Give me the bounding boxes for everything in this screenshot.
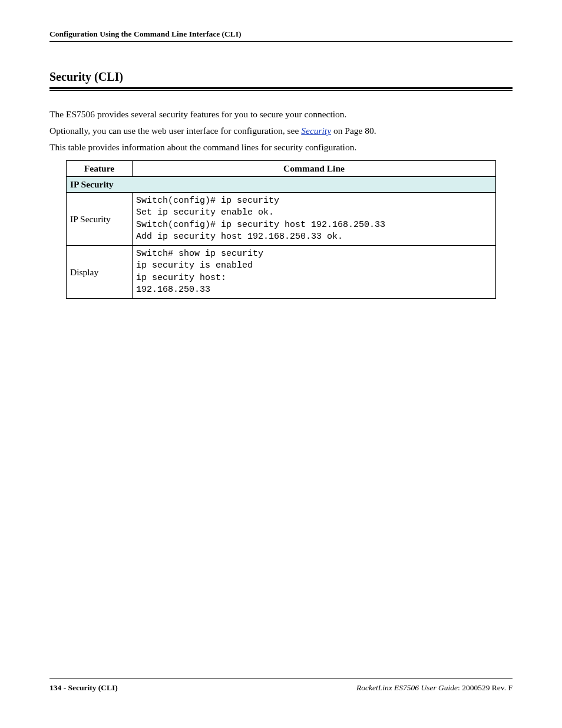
title-rule-thick xyxy=(49,87,513,89)
footer-row: 134 - Security (CLI) RocketLinx ES7506 U… xyxy=(49,683,513,693)
paragraph-2: Optionally, you can use the web user int… xyxy=(49,124,513,138)
cell-feature: Display xyxy=(67,246,133,299)
title-rule-thin xyxy=(49,90,513,91)
cell-command: Switch(config)# ip security Set ip secur… xyxy=(133,193,496,246)
running-header: Configuration Using the Command Line Int… xyxy=(49,29,513,42)
col-header-command-line: Command Line xyxy=(133,161,496,177)
footer-right: RocketLinx ES7506 User Guide: 2000529 Re… xyxy=(356,683,513,693)
security-xref-link[interactable]: Security xyxy=(301,126,331,136)
footer-left: 134 - Security (CLI) xyxy=(49,683,118,693)
cell-command: Switch# show ip security ip security is … xyxy=(133,246,496,299)
table-section-row: IP Security xyxy=(67,177,496,193)
col-header-feature: Feature xyxy=(67,161,133,177)
footer-right-title: RocketLinx ES7506 User Guide xyxy=(356,683,458,692)
paragraph-3: This table provides information about th… xyxy=(49,140,513,154)
section-title: Security (CLI) xyxy=(49,70,513,87)
page-footer: 134 - Security (CLI) RocketLinx ES7506 U… xyxy=(49,678,513,693)
footer-right-rev: : 2000529 Rev. F xyxy=(458,683,513,692)
command-table: Feature Command Line IP Security IP Secu… xyxy=(66,160,496,299)
section-title-block: Security (CLI) xyxy=(49,70,513,91)
page-body: Configuration Using the Command Line Int… xyxy=(49,29,513,299)
cell-feature: IP Security xyxy=(67,193,133,246)
table-header-row: Feature Command Line xyxy=(67,161,496,177)
table-section-label: IP Security xyxy=(67,177,496,193)
table-row: Display Switch# show ip security ip secu… xyxy=(67,246,496,299)
paragraph-2-pre: Optionally, you can use the web user int… xyxy=(49,126,301,136)
table-row: IP Security Switch(config)# ip security … xyxy=(67,193,496,246)
paragraph-1: The ES7506 provides several security fea… xyxy=(49,107,513,121)
paragraph-2-post: on Page 80. xyxy=(331,126,376,136)
footer-rule xyxy=(49,678,513,678)
